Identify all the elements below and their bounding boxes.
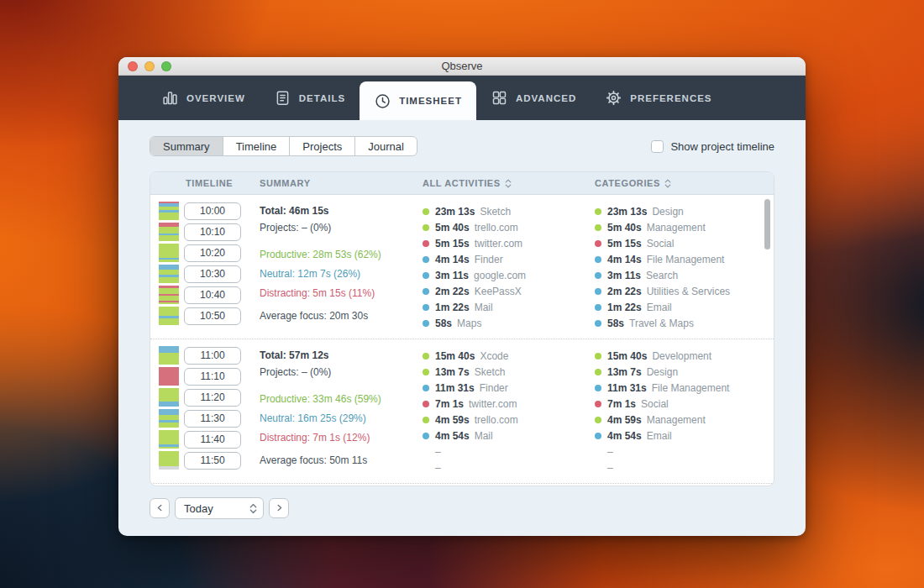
summary-neutral: Neutral: 12m 7s (26%)	[260, 265, 423, 284]
tab-details[interactable]: DETAILS	[260, 76, 360, 120]
time-slot-button[interactable]: 11:10	[184, 368, 241, 386]
category-dot-icon	[423, 208, 429, 215]
view-segmented-control: SummaryTimelineProjectsJournal	[150, 136, 417, 156]
list-item: 7m 1sSocial	[595, 396, 774, 412]
list-item: 3m 11sgoogle.com	[423, 267, 595, 283]
summary-column: Total: 57m 12sProjects: – (0%)Productive…	[260, 346, 423, 475]
tab-preferences[interactable]: PREFERENCES	[591, 76, 726, 120]
timesheet-table: TIMELINESUMMARYALL ACTIVITIESCATEGORIES …	[150, 171, 774, 486]
column-header-label: TIMELINE	[186, 178, 233, 188]
tab-timesheet[interactable]: TIMESHEET	[360, 81, 476, 120]
category-dot-icon	[595, 224, 601, 231]
summary-column: Total: 46m 15sProjects: – (0%)Productive…	[260, 202, 423, 331]
list-item: 11m 31sFinder	[423, 380, 595, 396]
timesheet-row-group: 10:0010:1010:2010:3010:4010:50Total: 46m…	[150, 195, 774, 339]
duration-value: 23m 13s	[607, 206, 647, 218]
up-down-chevrons-icon	[664, 178, 671, 189]
item-name: twitter.com	[475, 238, 522, 249]
time-slot-button[interactable]: 11:20	[184, 389, 241, 407]
duration-value: 15m 40s	[435, 350, 475, 362]
summary-projects: Projects: – (0%)	[260, 366, 423, 378]
category-dot-icon	[595, 208, 601, 215]
categories-column: 23m 13sDesign5m 40sManagement5m 15sSocia…	[595, 202, 774, 331]
column-header-label: CATEGORIES	[595, 178, 660, 188]
column-header-label: SUMMARY	[260, 178, 311, 188]
list-item: 4m 54sMail	[423, 428, 595, 444]
titlebar: Qbserve	[118, 57, 806, 76]
category-dot-icon	[423, 304, 429, 311]
duration-value: 1m 22s	[607, 302, 642, 313]
subtab-projects[interactable]: Projects	[290, 137, 355, 155]
category-dot-icon	[595, 256, 601, 263]
category-dot-icon	[423, 320, 429, 327]
prev-period-button[interactable]	[150, 498, 170, 518]
view-controls-bar: SummaryTimelineProjectsJournal Show proj…	[150, 136, 774, 156]
subtab-journal[interactable]: Journal	[355, 137, 417, 155]
duration-value: 4m 14s	[607, 254, 642, 265]
activities-column: 23m 13sSketch5m 40strello.com5m 15stwitt…	[423, 202, 595, 331]
item-name: Xcode	[480, 350, 508, 362]
time-slot-button[interactable]: 10:20	[184, 244, 241, 262]
duration-value: 13m 7s	[435, 366, 470, 378]
bar-chart-icon	[161, 89, 179, 107]
zoom-button[interactable]	[161, 61, 171, 71]
duration-value: 2m 22s	[435, 286, 470, 297]
column-header-categories[interactable]: CATEGORIES	[595, 178, 774, 189]
duration-value: 5m 15s	[607, 238, 642, 249]
main-tabbar: OVERVIEWDETAILSTIMESHEETADVANCEDPREFEREN…	[118, 76, 806, 120]
minimize-button[interactable]	[144, 61, 155, 71]
time-slot-button[interactable]: 10:30	[184, 265, 241, 283]
duration-value: 3m 11s	[607, 270, 641, 281]
category-dot-icon	[423, 240, 429, 247]
duration-value: 15m 40s	[607, 350, 647, 362]
tab-overview-label: OVERVIEW	[186, 93, 245, 103]
time-slot-button[interactable]: 10:10	[184, 223, 241, 241]
item-name: Development	[652, 350, 711, 362]
timeline-swatch	[159, 451, 179, 470]
item-name: File Management	[652, 382, 730, 394]
category-dot-icon	[423, 224, 429, 231]
tab-overview[interactable]: OVERVIEW	[147, 76, 260, 120]
list-item: 58sMaps	[423, 315, 595, 331]
item-name: trello.com	[475, 414, 518, 426]
time-slot-button[interactable]: 10:40	[184, 286, 241, 304]
tab-advanced[interactable]: ADVANCED	[476, 76, 591, 120]
list-item: 5m 15stwitter.com	[423, 235, 595, 251]
time-slot-button[interactable]: 11:40	[184, 431, 241, 449]
category-dot-icon	[595, 417, 601, 423]
period-select[interactable]: Today	[175, 497, 264, 519]
duration-value: 4m 54s	[435, 430, 470, 442]
category-dot-icon	[423, 385, 429, 391]
time-slot-button[interactable]: 10:00	[184, 202, 241, 220]
time-slot-button[interactable]: 11:00	[184, 347, 241, 365]
category-dot-icon	[423, 256, 429, 263]
vertical-scrollbar[interactable]	[764, 199, 770, 249]
item-name: Sketch	[475, 366, 506, 378]
time-slot: 10:20	[159, 244, 260, 262]
checkbox-icon[interactable]	[651, 140, 664, 153]
timeline-swatch	[159, 367, 179, 386]
time-slot-button[interactable]: 11:50	[184, 452, 241, 470]
table-body: 10:0010:1010:2010:3010:4010:50Total: 46m…	[150, 195, 774, 486]
empty-dash: –	[607, 462, 613, 474]
activities-column: 15m 40sXcode13m 7sSketch11m 31sFinder7m …	[423, 346, 595, 475]
item-name: Social	[647, 238, 675, 249]
show-project-timeline-toggle[interactable]: Show project timeline	[651, 140, 774, 153]
item-name: Design	[652, 206, 683, 218]
list-item: 13m 7sDesign	[595, 364, 774, 380]
close-button[interactable]	[128, 61, 138, 71]
subtab-timeline[interactable]: Timeline	[223, 137, 291, 155]
window-title: Qbserve	[441, 60, 482, 72]
item-name: Management	[647, 414, 706, 426]
next-period-button[interactable]	[269, 498, 289, 518]
subtab-summary[interactable]: Summary	[150, 137, 223, 155]
item-name: Finder	[475, 254, 503, 265]
list-item: 1m 22sEmail	[595, 299, 774, 315]
item-name: Social	[641, 398, 669, 410]
time-slot-button[interactable]: 10:50	[184, 307, 241, 325]
time-slot-button[interactable]: 11:30	[184, 410, 241, 428]
summary-total: Total: 57m 12s	[260, 349, 423, 361]
column-header-all-activities[interactable]: ALL ACTIVITIES	[423, 178, 595, 189]
up-down-chevrons-icon	[505, 178, 512, 189]
duration-value: 58s	[435, 318, 452, 329]
